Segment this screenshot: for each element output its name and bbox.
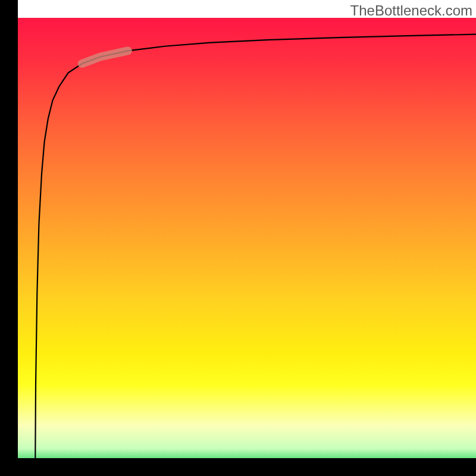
bottleneck-curve <box>35 35 476 462</box>
chart-stage: TheBottleneck.com <box>0 0 476 476</box>
curve-svg <box>18 18 476 476</box>
curve-highlight-segment <box>82 51 128 64</box>
curve-layer <box>18 18 476 476</box>
y-axis <box>0 0 18 476</box>
watermark-text: TheBottleneck.com <box>350 2 472 19</box>
